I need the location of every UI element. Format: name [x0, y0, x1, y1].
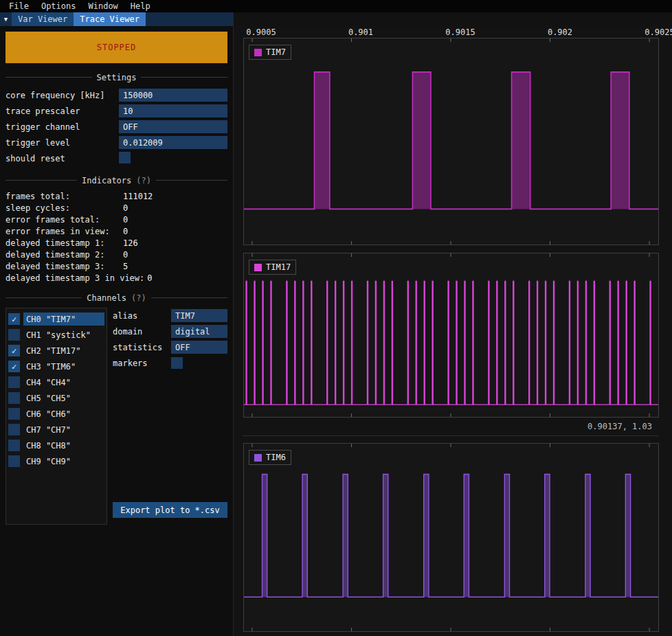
legend-label: TIM17: [266, 262, 291, 272]
separator-line: [5, 297, 82, 298]
channel-label[interactable]: CH8 "CH8": [23, 439, 104, 452]
channel-label[interactable]: CH5 "CH5": [23, 391, 104, 405]
separator-line: [156, 180, 227, 181]
indicator-label: delayed timestamp 3:: [5, 262, 120, 271]
should-reset-checkbox[interactable]: [119, 152, 131, 163]
channel-label[interactable]: CH0 "TIM7": [23, 313, 104, 326]
prop-input-statistics[interactable]: OFF: [171, 341, 227, 354]
cursor-position-readout: 0.90137, 1.03: [243, 418, 659, 436]
markers-label: markers: [113, 359, 171, 368]
channel-checkbox[interactable]: [8, 376, 20, 388]
channel-checkbox[interactable]: [8, 392, 20, 404]
indicator-row: delayed timestamp 2:0: [5, 249, 227, 260]
setting-input-trigger-channel[interactable]: OFF: [119, 120, 227, 133]
indicator-value: 0: [123, 215, 128, 225]
channel-checkbox[interactable]: [8, 440, 20, 451]
channel-checkbox[interactable]: ✓: [8, 313, 20, 325]
tab-var-viewer[interactable]: Var Viewer: [12, 12, 74, 26]
plot-panel: 0.90050.9010.90150.9020.9025 TIM7 TIM17 …: [234, 26, 672, 636]
setting-label: trigger level: [5, 138, 119, 148]
channel-label[interactable]: CH3 "TIM6": [23, 360, 104, 373]
prop-row-domain: domaindigital: [113, 323, 227, 339]
plot-tim7: TIM7: [243, 38, 659, 245]
indicator-value: 0: [147, 273, 152, 283]
indicator-value: 0: [123, 250, 128, 260]
help-marker-icon[interactable]: (?): [136, 176, 151, 185]
separator-line: [5, 77, 92, 78]
indicator-row: sleep cycles:0: [5, 202, 227, 214]
axis-tick-label: 0.901: [348, 27, 373, 37]
stop-button[interactable]: STOPPED: [5, 32, 227, 63]
axis-tick-label: 0.9015: [445, 27, 475, 37]
channel-row[interactable]: CH9 "CH9": [8, 453, 104, 469]
channel-row[interactable]: CH5 "CH5": [8, 390, 104, 406]
channel-prop-fields: aliasTIM7domaindigitalstatisticsOFF: [113, 308, 227, 355]
setting-input-trace-prescaler[interactable]: 10: [119, 104, 227, 117]
setting-input-trigger-level[interactable]: 0.012009: [119, 136, 227, 149]
plot-canvas-tim6[interactable]: [244, 444, 658, 631]
prop-label: alias: [113, 311, 171, 321]
channel-label[interactable]: CH2 "TIM17": [23, 344, 104, 357]
setting-row-trigger-level: trigger level0.012009: [5, 135, 227, 150]
prop-input-domain[interactable]: digital: [171, 325, 227, 338]
channel-label[interactable]: CH6 "CH6": [23, 407, 104, 420]
markers-row: markers: [113, 355, 227, 371]
channel-row[interactable]: CH8 "CH8": [8, 438, 104, 453]
channel-checkbox[interactable]: [8, 455, 20, 467]
indicator-label: delayed timestamp 1:: [5, 238, 120, 248]
channel-row[interactable]: ✓CH2 "TIM17": [8, 343, 104, 359]
setting-input-core-frequency-khz[interactable]: 150000: [119, 89, 227, 102]
indicator-value: 111012: [123, 192, 153, 201]
channel-row[interactable]: CH4 "CH4": [8, 374, 104, 390]
channels-header: Channels (?): [5, 293, 227, 303]
channel-checkbox[interactable]: [8, 408, 20, 420]
channel-checkbox[interactable]: [8, 424, 20, 435]
channel-label[interactable]: CH9 "CH9": [23, 455, 104, 468]
collapse-arrow-icon[interactable]: ▼: [0, 12, 12, 26]
prop-row-statistics: statisticsOFF: [113, 339, 227, 355]
axis-tick-label: 0.9025: [645, 27, 672, 37]
indicator-label: error frames in view:: [5, 227, 120, 236]
channel-row[interactable]: CH6 "CH6": [8, 406, 104, 422]
help-marker-icon[interactable]: (?): [131, 293, 146, 303]
channel-label[interactable]: CH7 "CH7": [23, 423, 104, 436]
tab-trace-viewer[interactable]: Trace Viewer: [74, 12, 146, 26]
setting-row-trigger-channel: trigger channelOFF: [5, 119, 227, 135]
should-reset-row: should reset: [5, 150, 227, 166]
plot-canvas-tim17[interactable]: [244, 253, 658, 417]
prop-input-alias[interactable]: TIM7: [171, 309, 227, 322]
channel-row[interactable]: ✓CH0 "TIM7": [8, 311, 104, 327]
plot-canvas-tim7[interactable]: [244, 38, 658, 245]
main-content: STOPPED Settings core frequency [kHz]150…: [0, 26, 672, 636]
markers-checkbox[interactable]: [171, 357, 183, 369]
channel-label[interactable]: CH1 "systick": [23, 328, 104, 341]
legend-tim7[interactable]: TIM7: [249, 45, 291, 60]
channel-checkbox[interactable]: ✓: [8, 345, 20, 356]
indicator-label: delayed timestamp 3 in view:: [5, 273, 144, 283]
indicators-header-label: Indicators: [82, 176, 131, 185]
legend-tim17[interactable]: TIM17: [249, 260, 296, 275]
tab-bar: ▼ Var ViewerTrace Viewer: [0, 12, 234, 26]
indicator-value: 5: [123, 262, 128, 271]
legend-swatch-icon: [254, 264, 262, 271]
channel-checkbox[interactable]: [8, 329, 20, 341]
plot-tim6: TIM6: [243, 443, 659, 632]
menu-item-file[interactable]: File: [3, 0, 35, 12]
setting-label: core frequency [kHz]: [5, 91, 119, 100]
menu-item-options[interactable]: Options: [35, 0, 82, 12]
export-csv-button[interactable]: Export plot to *.csv: [113, 502, 227, 518]
menu-item-help[interactable]: Help: [124, 0, 157, 12]
indicator-row: error frames in view:0: [5, 225, 227, 237]
prop-label: statistics: [113, 343, 171, 352]
channel-row[interactable]: CH1 "systick": [8, 327, 104, 343]
channel-label[interactable]: CH4 "CH4": [23, 376, 104, 389]
menu-item-window[interactable]: Window: [82, 0, 124, 12]
channel-checkbox[interactable]: ✓: [8, 361, 20, 372]
legend-tim6[interactable]: TIM6: [249, 450, 291, 465]
legend-label: TIM7: [266, 47, 286, 57]
indicator-value: 0: [123, 203, 128, 213]
indicator-row: delayed timestamp 3 in view:0: [5, 272, 227, 284]
channel-row[interactable]: ✓CH3 "TIM6": [8, 359, 104, 374]
channel-row[interactable]: CH7 "CH7": [8, 422, 104, 438]
indicator-value: 126: [123, 238, 138, 248]
